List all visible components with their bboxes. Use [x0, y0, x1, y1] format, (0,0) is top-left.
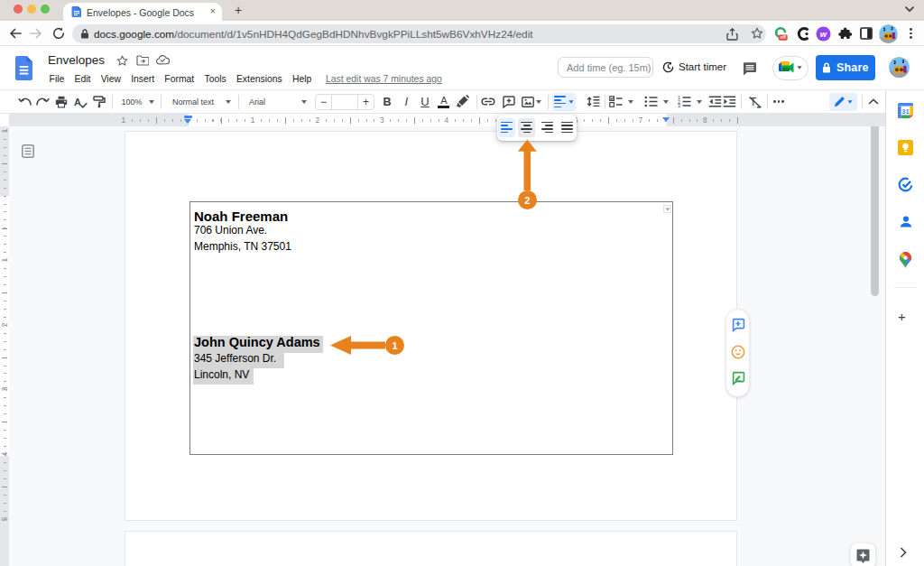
vertical-ruler[interactable]: 1 1 2 3 4 5 [0, 126, 9, 566]
numbered-list-icon[interactable]: 123 [675, 90, 693, 114]
recipient-line3[interactable]: Lincoln, NV [194, 368, 249, 381]
menu-extensions[interactable]: Extensions [231, 72, 287, 86]
increase-indent-icon[interactable] [720, 90, 738, 114]
right-indent-marker[interactable] [662, 117, 670, 122]
align-button[interactable] [552, 93, 576, 111]
paint-format-icon[interactable] [90, 90, 108, 114]
minimize-window-button[interactable] [27, 5, 36, 14]
close-window-button[interactable] [14, 5, 23, 14]
tab-search-chevron-icon[interactable] [905, 6, 914, 13]
font-select[interactable]: Arial [246, 90, 268, 114]
maps-icon[interactable] [898, 252, 914, 268]
print-icon[interactable] [52, 90, 70, 114]
align-right-option[interactable] [539, 118, 556, 137]
zoom-select[interactable]: 100% [117, 90, 146, 114]
recipient-name[interactable]: John Quincy Adams [194, 335, 320, 349]
checklist-icon[interactable] [606, 90, 624, 114]
extensions-puzzle-icon[interactable] [837, 26, 853, 42]
get-addons-plus-button[interactable]: + [898, 309, 906, 324]
bold-button[interactable]: B [378, 90, 396, 114]
insert-link-icon[interactable] [479, 90, 497, 114]
styles-select[interactable]: Normal text [170, 90, 217, 114]
editing-mode-button[interactable] [829, 93, 857, 111]
text-color-button[interactable]: A [435, 90, 453, 114]
contacts-icon[interactable] [898, 214, 914, 230]
back-icon[interactable] [7, 26, 23, 42]
horizontal-ruler[interactable]: 1 1 2 3 4 5 6 7 8 [0, 114, 885, 127]
italic-button[interactable]: I [397, 90, 415, 114]
envelope-table[interactable]: Noah Freeman 706 Union Ave. Memphis, TN … [189, 201, 673, 455]
add-comment-icon[interactable] [500, 90, 518, 114]
recipient-line2[interactable]: 345 Jefferson Dr. [194, 352, 276, 365]
start-timer-label[interactable]: Start timer [679, 61, 726, 72]
document-title[interactable]: Envelopes [48, 53, 105, 67]
spellcheck-icon[interactable]: A [71, 90, 89, 114]
move-folder-icon[interactable] [136, 55, 149, 66]
extension-w-icon[interactable]: w [816, 26, 831, 42]
share-button[interactable]: Share [816, 55, 876, 80]
redo-icon[interactable] [34, 90, 52, 114]
left-indent-marker[interactable] [184, 119, 191, 124]
first-line-indent-marker[interactable] [184, 116, 192, 118]
share-page-icon[interactable] [726, 28, 738, 41]
menu-view[interactable]: View [96, 72, 126, 86]
suggest-edits-icon[interactable] [731, 371, 745, 385]
return-line3[interactable]: Memphis, TN 37501 [194, 240, 291, 253]
undo-icon[interactable] [15, 90, 33, 114]
cloud-saved-icon[interactable] [156, 55, 170, 65]
hide-side-panel-icon[interactable] [900, 547, 907, 558]
add-comment-float-icon[interactable] [731, 318, 745, 332]
bulleted-list-icon[interactable] [642, 90, 660, 114]
add-time-input[interactable] [558, 57, 653, 78]
forward-icon[interactable] [29, 26, 44, 42]
reload-icon[interactable] [51, 26, 66, 42]
star-document-icon[interactable] [116, 55, 128, 67]
menu-tools[interactable]: Tools [199, 72, 231, 86]
extension-blocker-icon[interactable]: off [773, 26, 789, 42]
menu-help[interactable]: Help [287, 72, 317, 86]
zoom-window-button[interactable] [41, 5, 50, 14]
document-outline-icon[interactable] [22, 144, 34, 158]
omnibox[interactable]: docs.google.com/document/d/1v5nHDH4QdGeg… [72, 24, 766, 43]
emoji-reaction-icon[interactable] [731, 345, 745, 359]
calendar-icon[interactable]: 31 [898, 102, 914, 118]
extension-c-icon[interactable] [796, 26, 811, 42]
more-toolbar-icon[interactable] [770, 90, 788, 114]
page-1[interactable]: Noah Freeman 706 Union Ave. Memphis, TN … [125, 131, 737, 522]
timer-clock-icon[interactable] [662, 61, 674, 73]
meet-button[interactable] [772, 56, 809, 80]
increase-font-size-button[interactable]: + [358, 95, 374, 109]
return-line2[interactable]: 706 Union Ave. [194, 224, 267, 237]
menu-format[interactable]: Format [160, 72, 199, 86]
menu-edit[interactable]: Edit [69, 72, 96, 86]
browser-profile-avatar[interactable] [879, 24, 898, 43]
browser-menu-kebab-icon[interactable] [903, 26, 919, 42]
page-2[interactable] [125, 531, 737, 566]
browser-tab[interactable]: Envelopes - Google Docs × [63, 3, 222, 21]
collapse-toolbar-icon[interactable] [864, 90, 882, 114]
clear-formatting-icon[interactable]: T [745, 90, 763, 114]
return-name[interactable]: Noah Freeman [194, 209, 288, 224]
menu-file[interactable]: File [44, 72, 69, 86]
font-size-input[interactable] [331, 95, 358, 109]
keep-icon[interactable] [898, 140, 914, 156]
account-avatar[interactable] [889, 57, 910, 78]
new-tab-button[interactable]: + [230, 2, 246, 18]
scrollbar-thumb[interactable] [871, 126, 879, 296]
side-panel-icon[interactable] [858, 26, 873, 42]
close-tab-icon[interactable]: × [210, 5, 216, 17]
comment-history-icon[interactable] [743, 61, 757, 77]
menu-insert[interactable]: Insert [126, 72, 160, 86]
bookmark-star-icon[interactable] [751, 27, 763, 40]
decrease-font-size-button[interactable]: − [316, 95, 331, 109]
table-caret-button[interactable] [663, 205, 671, 213]
align-justify-option[interactable] [559, 118, 576, 137]
highlight-color-icon[interactable] [454, 90, 472, 114]
docs-logo-icon[interactable] [15, 56, 32, 80]
underline-button[interactable]: U [416, 90, 434, 114]
explore-button[interactable] [850, 543, 876, 566]
line-spacing-icon[interactable] [584, 90, 602, 114]
align-left-option[interactable] [498, 118, 515, 137]
last-edit-link[interactable]: Last edit was 7 minutes ago [326, 74, 442, 84]
tasks-icon[interactable] [898, 177, 914, 193]
